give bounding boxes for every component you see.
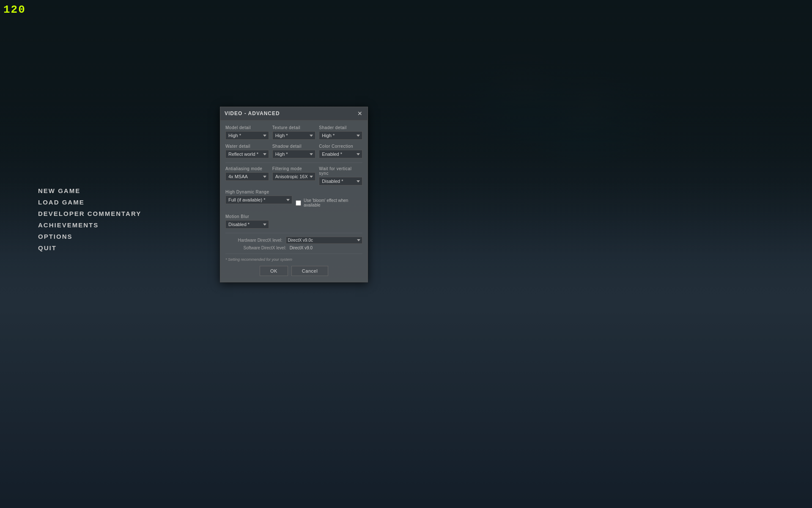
software-directx-label: Software DirectX level: (225, 246, 286, 250)
antialiasing-label: Antialiasing mode (225, 166, 269, 171)
hardware-directx-row: Hardware DirectX level: DirectX v9.0c (225, 237, 362, 244)
shader-detail-label: Shader detail (319, 125, 362, 130)
menu-item-quit[interactable]: QUIT (38, 243, 141, 252)
color-correction-label: Color Correction (319, 144, 362, 149)
settings-row-3: Antialiasing mode 4x MSAA None 2x MSAA 8… (225, 166, 362, 185)
placeholder-1 (272, 214, 316, 229)
motion-blur-label: Motion Blur (225, 214, 269, 219)
menu-item-achievements[interactable]: ACHIEVEMENTS (38, 221, 141, 229)
menu-item-load-game[interactable]: LOAD GAME (38, 198, 141, 207)
texture-detail-select[interactable]: High * Low Medium High Very High (272, 131, 316, 140)
bloom-group: Use 'bloom' effect when available (296, 190, 362, 210)
dialog-body: Model detail High * Low Medium High Very… (220, 120, 368, 282)
divider-3 (225, 254, 362, 254)
dark-overlay (0, 0, 812, 508)
filtering-label: Filtering mode (272, 166, 316, 171)
bloom-label: Use 'bloom' effect when available (304, 198, 362, 207)
bloom-checkbox[interactable] (296, 200, 301, 206)
color-correction-group: Color Correction Enabled * Disabled Enab… (319, 144, 362, 158)
hardware-directx-select[interactable]: DirectX v9.0c (286, 237, 362, 244)
hardware-directx-label: Hardware DirectX level: (225, 238, 283, 243)
settings-row-4: High Dynamic Range Full (if available) *… (225, 190, 362, 210)
vsync-select[interactable]: Disabled * Disabled Enabled (319, 177, 362, 185)
settings-row-5: Motion Blur Disabled * Disabled Enabled (225, 214, 362, 229)
shadow-detail-group: Shadow detail High * Low Medium High Ver… (272, 144, 316, 158)
water-detail-label: Water detail (225, 144, 269, 149)
settings-note: * Setting recommended for your system (225, 257, 362, 262)
dialog-buttons: OK Cancel (225, 266, 362, 278)
menu-item-developer-commentary[interactable]: DEVELOPER COMMENTARY (38, 209, 141, 218)
antialiasing-select[interactable]: 4x MSAA None 2x MSAA 8x MSAA (225, 172, 269, 181)
dialog-title: VIDEO - ADVANCED (225, 110, 280, 116)
cancel-button[interactable]: Cancel (291, 266, 328, 276)
filtering-group: Filtering mode Anisotropic 16X Bilinear … (272, 166, 316, 185)
fps-counter: 120 (3, 3, 26, 16)
settings-row-1: Model detail High * Low Medium High Very… (225, 125, 362, 140)
software-directx-row: Software DirectX level: DirectX v9.0 (225, 246, 362, 250)
divider-1 (225, 163, 362, 163)
divider-2 (225, 233, 362, 233)
texture-detail-group: Texture detail High * Low Medium High Ve… (272, 125, 316, 140)
motion-blur-group: Motion Blur Disabled * Disabled Enabled (225, 214, 269, 229)
ok-button[interactable]: OK (260, 266, 288, 276)
motion-blur-select[interactable]: Disabled * Disabled Enabled (225, 220, 269, 229)
placeholder-2 (319, 214, 362, 229)
texture-detail-label: Texture detail (272, 125, 316, 130)
antialiasing-group: Antialiasing mode 4x MSAA None 2x MSAA 8… (225, 166, 269, 185)
model-detail-group: Model detail High * Low Medium High Very… (225, 125, 269, 140)
shader-detail-group: Shader detail High * Low Medium High Ver… (319, 125, 362, 140)
water-detail-select[interactable]: Reflect world * Simple Reflect world Ful… (225, 150, 269, 158)
color-correction-select[interactable]: Enabled * Disabled Enabled (319, 150, 362, 158)
shader-detail-select[interactable]: High * Low Medium High Very High (319, 131, 362, 140)
hdr-group: High Dynamic Range Full (if available) *… (225, 190, 292, 210)
dialog-title-bar: VIDEO - ADVANCED ✕ (220, 107, 368, 120)
shadow-detail-select[interactable]: High * Low Medium High Very High (272, 150, 316, 158)
model-detail-select[interactable]: High * Low Medium High Very High (225, 131, 269, 140)
menu-item-new-game[interactable]: NEW GAME (38, 186, 141, 195)
filtering-select[interactable]: Anisotropic 16X Bilinear Trilinear Aniso… (272, 172, 316, 181)
software-directx-value: DirectX v9.0 (290, 246, 362, 250)
model-detail-label: Model detail (225, 125, 269, 130)
main-menu: NEW GAME LOAD GAME DEVELOPER COMMENTARY … (38, 186, 141, 252)
hdr-select[interactable]: Full (if available) * Off Full (if avail… (225, 196, 292, 204)
close-button[interactable]: ✕ (357, 110, 363, 116)
water-detail-group: Water detail Reflect world * Simple Refl… (225, 144, 269, 158)
menu-item-options[interactable]: OPTIONS (38, 232, 141, 241)
vsync-label: Wait for vertical sync (319, 166, 362, 176)
settings-row-2: Water detail Reflect world * Simple Refl… (225, 144, 362, 158)
hdr-label: High Dynamic Range (225, 190, 292, 194)
video-advanced-dialog: VIDEO - ADVANCED ✕ Model detail High * L… (220, 107, 368, 282)
bloom-row: Use 'bloom' effect when available (296, 198, 362, 207)
shadow-detail-label: Shadow detail (272, 144, 316, 149)
vsync-group: Wait for vertical sync Disabled * Disabl… (319, 166, 362, 185)
